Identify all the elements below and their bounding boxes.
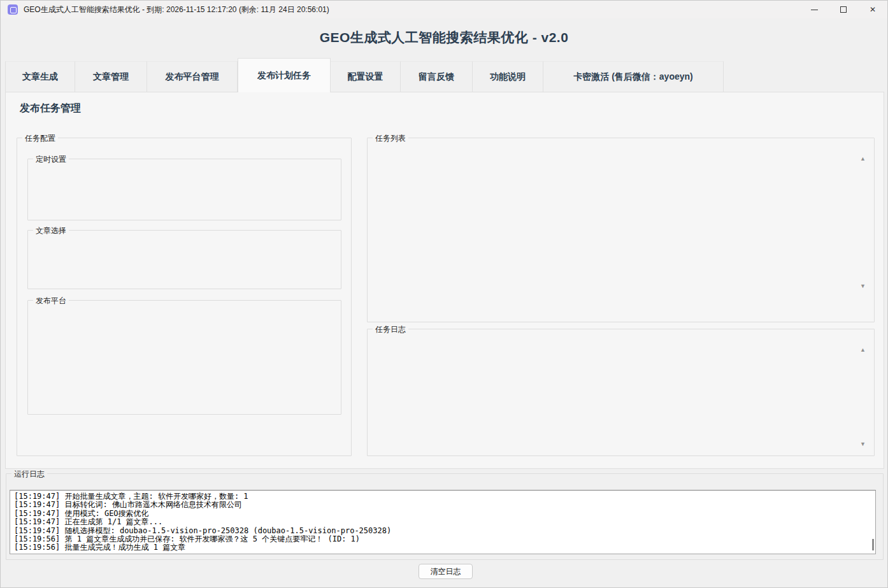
maximize-button[interactable] [829, 1, 858, 18]
task-log-group-label: 任务日志 [373, 324, 408, 335]
run-log-group: 运行日志 [6, 473, 884, 560]
publish-platforms-group: 发布平台 [27, 300, 341, 415]
tab-article-management[interactable]: 文章管理 [75, 61, 147, 92]
tab-help[interactable]: 功能说明 [473, 61, 543, 92]
run-log-group-label: 运行日志 [11, 469, 47, 480]
task-list-group: 任务列表 [367, 138, 875, 322]
publish-platforms-group-label: 发布平台 [33, 296, 69, 306]
task-table-scroll-down-icon[interactable]: ▼ [860, 283, 866, 289]
app-header-title: GEO生成式人工智能搜索结果优化 - v2.0 [1, 29, 887, 47]
task-config-group-label: 任务配置 [22, 133, 58, 144]
timer-settings-group: 定时设置 [27, 159, 341, 220]
page-title: 发布任务管理 [20, 102, 81, 115]
task-log-group: 任务日志 [367, 329, 875, 456]
tab-settings[interactable]: 配置设置 [331, 61, 401, 92]
minimize-button[interactable] [799, 1, 829, 18]
tab-feedback[interactable]: 留言反馈 [401, 61, 473, 92]
window-title: GEO生成式人工智能搜索结果优化 - 到期: 2026-11-15 12:17:… [24, 4, 329, 15]
task-list-group-label: 任务列表 [373, 133, 408, 144]
timer-settings-group-label: 定时设置 [33, 154, 69, 165]
tab-article-generation[interactable]: 文章生成 [5, 61, 75, 92]
run-log-scrollbar-thumb[interactable] [872, 539, 874, 550]
task-log-scroll-up-icon[interactable]: ▲ [860, 347, 866, 353]
tab-publish-schedule[interactable]: 发布计划任务 [238, 58, 331, 92]
article-selection-group-label: 文章选择 [33, 226, 69, 236]
maximize-icon [840, 6, 847, 13]
titlebar: GEO生成式人工智能搜索结果优化 - 到期: 2026-11-15 12:17:… [1, 1, 887, 18]
close-button[interactable]: ✕ [858, 1, 887, 18]
tab-platform-management[interactable]: 发布平台管理 [147, 61, 238, 92]
article-selection-group: 文章选择 [27, 230, 341, 289]
clear-log-button[interactable]: 清空日志 [419, 564, 473, 579]
tab-bar: 文章生成 文章管理 发布平台管理 发布计划任务 配置设置 留言反馈 功能说明 卡… [5, 58, 724, 92]
task-table-scroll-up-icon[interactable]: ▲ [860, 156, 866, 162]
close-icon: ✕ [870, 6, 876, 13]
app-window: GEO生成式人工智能搜索结果优化 - 到期: 2026-11-15 12:17:… [0, 0, 888, 588]
app-icon [8, 4, 18, 15]
window-controls: ✕ [799, 1, 887, 18]
tab-activation[interactable]: 卡密激活 (售后微信：ayoeyn) [543, 61, 724, 92]
minimize-icon [811, 10, 818, 10]
task-log-scroll-down-icon[interactable]: ▼ [860, 441, 866, 447]
